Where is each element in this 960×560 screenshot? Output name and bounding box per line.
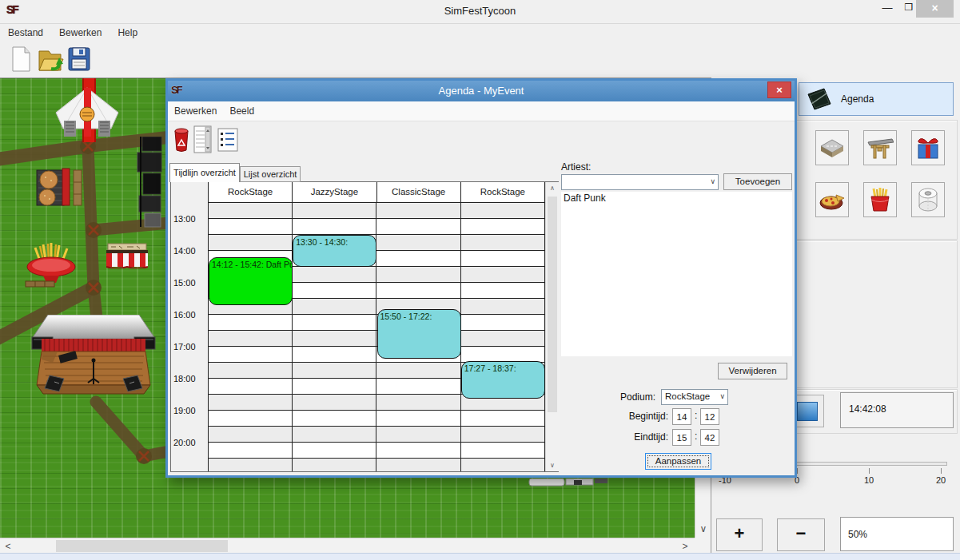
time-colon: : (695, 431, 697, 442)
menu-help[interactable]: Help (110, 27, 145, 38)
scrollbar-corner (695, 538, 711, 554)
remove-artist-button[interactable]: Verwijderen (718, 363, 787, 379)
artist-label: Artiest: (561, 161, 591, 173)
pizza-icon (819, 189, 846, 211)
toilet-paper-icon (916, 187, 940, 212)
zoom-value-field[interactable]: 50% (840, 517, 954, 551)
stage-column-header: RockStage (209, 182, 293, 202)
slider-tick (869, 468, 870, 474)
stage-column-header: JazzyStage (293, 182, 376, 202)
map-hscroll-thumb[interactable] (56, 540, 228, 552)
hour-label: 15:00 (173, 278, 196, 288)
podium-combobox[interactable]: RockStage ∨ (661, 389, 728, 405)
window-title: SimFestTycoon (0, 5, 960, 17)
scroll-right-icon[interactable]: > (679, 540, 691, 553)
hour-label: 17:00 (173, 342, 196, 351)
menu-bewerken[interactable]: Bewerken (51, 27, 110, 38)
dialog-close-button[interactable]: × (767, 81, 791, 98)
scroll-left-icon[interactable]: < (2, 540, 14, 553)
stage-column-header: ClassicStage (377, 182, 461, 202)
schedule-event[interactable]: 17:27 - 18:37: (461, 361, 545, 399)
dialog-title: Agenda - MyEvent (168, 85, 795, 97)
time-colon: : (695, 410, 697, 421)
dialog-menubar: Bewerken Beeld (168, 101, 795, 121)
chevron-down-icon: ∨ (719, 392, 725, 400)
shop-gift-button[interactable] (911, 130, 945, 165)
schedule-event[interactable]: 15:50 - 17:22: (377, 309, 461, 358)
dialog-titlebar[interactable]: SF Agenda - MyEvent × (168, 81, 795, 101)
artist-listbox[interactable]: Daft Punk (561, 192, 792, 356)
sidebar-item-agenda[interactable]: Agenda (799, 82, 954, 116)
application-window: SF SimFestTycoon — ❒ × Bestand Bewerken … (0, 0, 960, 560)
timeline-view-icon[interactable] (193, 125, 213, 157)
end-time-label: Eindtijd: (598, 431, 668, 443)
list-view-icon[interactable] (217, 128, 238, 155)
close-button[interactable]: × (916, 0, 954, 18)
menu-bestand[interactable]: Bestand (0, 27, 51, 38)
speaker-tower[interactable] (136, 137, 165, 228)
chevron-down-icon: ∨ (710, 177, 715, 185)
bbq-stand[interactable] (34, 167, 85, 209)
stage-column-header: RockStage (461, 182, 545, 202)
scroll-down-icon[interactable]: ∨ (696, 522, 711, 535)
schedule-scrollbar[interactable]: ∧ ∨ (545, 182, 560, 471)
game-clock: 14:42:08 (840, 392, 954, 428)
food-tent[interactable] (53, 87, 121, 140)
schedule-scroll-thumb[interactable] (548, 197, 557, 412)
add-artist-button[interactable]: Toevoegen (723, 173, 792, 190)
shop-pizza-button[interactable] (815, 182, 849, 217)
scroll-up-icon[interactable]: ∧ (546, 185, 559, 192)
hour-label: 19:00 (173, 406, 196, 415)
covered-tent (528, 479, 611, 487)
hour-label: 13:00 (173, 214, 196, 224)
tab-lijst-overzicht[interactable]: Lijst overzicht (240, 166, 301, 182)
open-file-icon[interactable] (37, 45, 64, 73)
slider-label: 10 (864, 475, 874, 485)
minimize-button[interactable]: — (877, 2, 898, 18)
stage[interactable] (26, 315, 161, 403)
podium-label: Podium: (582, 391, 655, 403)
dialog-menu-bewerken[interactable]: Bewerken (168, 105, 223, 117)
tab-tijdlijn-overzicht[interactable]: Tijdlijn overzicht (169, 163, 240, 182)
agenda-dialog: SF Agenda - MyEvent × Bewerken Beeld (165, 78, 797, 478)
slider-tick (941, 468, 942, 474)
agenda-book-icon (804, 86, 833, 112)
artist-list-item[interactable]: Daft Punk (561, 192, 792, 205)
pause-icon (797, 402, 818, 421)
delete-trash-icon[interactable] (173, 127, 190, 156)
new-file-icon[interactable] (8, 45, 35, 73)
schedule-columns: RockStageJazzyStageClassicStageRockStage… (208, 182, 545, 471)
dialog-toolbar (168, 121, 795, 159)
shop-torii-gate-button[interactable] (863, 130, 897, 165)
road-tile-icon (819, 137, 845, 159)
schedule-event[interactable]: 13:30 - 14:30: (293, 235, 376, 267)
main-menubar: Bestand Bewerken Help (0, 23, 960, 41)
main-titlebar: SF SimFestTycoon — ❒ × (0, 0, 960, 22)
zoom-out-button[interactable]: − (777, 518, 825, 551)
begin-time-label: Begintijd: (598, 411, 668, 422)
hour-label: 20:00 (173, 438, 196, 447)
fries-icon (868, 187, 892, 212)
shop-road-tile-button[interactable] (815, 130, 849, 165)
artist-combobox[interactable]: ∨ (561, 174, 719, 190)
scroll-down-icon[interactable]: ∨ (546, 462, 559, 469)
apply-button[interactable]: Aanpassen (645, 453, 711, 470)
begin-minute-field[interactable]: 12 (700, 408, 719, 425)
dialog-menu-beeld[interactable]: Beeld (223, 105, 261, 117)
time-gutter: 13:0014:0015:0016:0017:0018:0019:0020:00 (171, 182, 208, 471)
map-horizontal-scrollbar[interactable]: < > (0, 538, 695, 554)
schedule-event-selected[interactable]: 14:12 - 15:42: Daft Punk (209, 257, 293, 305)
save-file-icon[interactable] (66, 45, 93, 73)
end-hour-field[interactable]: 15 (672, 429, 691, 446)
begin-hour-field[interactable]: 14 (672, 408, 691, 425)
shop-fries-button[interactable] (863, 182, 897, 217)
end-minute-field[interactable]: 42 (700, 429, 719, 446)
shop-toilet-paper-button[interactable] (911, 182, 945, 217)
main-toolbar (0, 40, 960, 77)
market-stall[interactable] (106, 243, 148, 268)
zoom-in-button[interactable]: + (716, 518, 763, 551)
fries-stand[interactable] (16, 241, 86, 288)
schedule-body[interactable]: 14:12 - 15:42: Daft Punk13:30 - 14:30:15… (209, 202, 545, 471)
podium-combo-value: RockStage (665, 391, 710, 401)
stage-column-headers: RockStageJazzyStageClassicStageRockStage (209, 182, 545, 202)
